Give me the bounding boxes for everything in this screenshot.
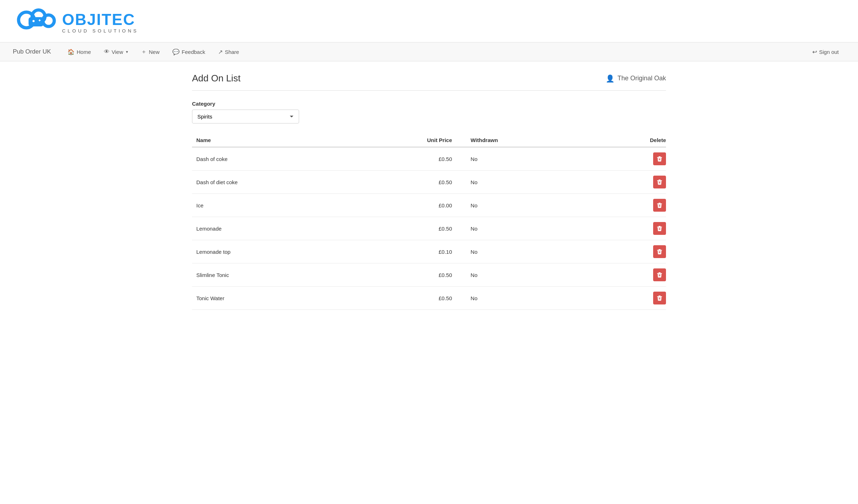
cell-name: Dash of diet coke bbox=[192, 171, 350, 194]
cell-withdrawn: No bbox=[456, 194, 602, 217]
svg-rect-27 bbox=[658, 272, 661, 273]
logo-subtitle: CLOUD SOLUTIONS bbox=[62, 28, 138, 34]
delete-button[interactable] bbox=[653, 222, 666, 235]
cell-price: £0.00 bbox=[350, 194, 456, 217]
nav-feedback-label: Feedback bbox=[182, 49, 205, 55]
addon-table: Name Unit Price Withdrawn Delete Dash of… bbox=[192, 133, 666, 310]
cell-price: £0.50 bbox=[350, 147, 456, 171]
svg-rect-25 bbox=[659, 251, 660, 253]
sign-out-button[interactable]: ↩ Sign out bbox=[806, 42, 845, 61]
cell-name: Slimline Tonic bbox=[192, 263, 350, 287]
cell-delete bbox=[601, 263, 666, 287]
table-row: Tonic Water £0.50 No bbox=[192, 287, 666, 310]
view-icon: 👁 bbox=[104, 49, 110, 55]
nav-home[interactable]: 🏠 Home bbox=[61, 42, 97, 61]
category-select[interactable]: Spirits Beers Wines Soft Drinks bbox=[192, 110, 299, 124]
cell-name: Lemonade top bbox=[192, 240, 350, 263]
delete-button[interactable] bbox=[653, 199, 666, 212]
nav-new[interactable]: ＋ New bbox=[135, 42, 166, 61]
logo-text: OBJITEC CLOUD SOLUTIONS bbox=[62, 12, 138, 34]
table-header: Name Unit Price Withdrawn Delete bbox=[192, 133, 666, 147]
logo-area: OBJITEC CLOUD SOLUTIONS bbox=[0, 0, 858, 42]
trash-icon bbox=[657, 179, 662, 185]
trash-icon bbox=[657, 202, 662, 208]
page-header: Add On List 👤 The Original Oak bbox=[192, 73, 666, 91]
nav-brand: Pub Order UK bbox=[13, 48, 51, 55]
table-body: Dash of coke £0.50 No Dash of diet coke … bbox=[192, 147, 666, 310]
cell-name: Dash of coke bbox=[192, 147, 350, 171]
table-row: Lemonade top £0.10 No bbox=[192, 240, 666, 263]
table-row: Ice £0.00 No bbox=[192, 194, 666, 217]
col-header-delete: Delete bbox=[601, 133, 666, 147]
cell-delete bbox=[601, 240, 666, 263]
nav-view[interactable]: 👁 View ▾ bbox=[97, 42, 135, 61]
svg-rect-18 bbox=[660, 205, 661, 207]
trash-icon bbox=[657, 249, 662, 254]
venue-name: The Original Oak bbox=[617, 75, 666, 82]
logo-icon bbox=[13, 6, 59, 39]
trash-icon bbox=[657, 272, 662, 278]
chevron-down-icon: ▾ bbox=[126, 50, 128, 54]
delete-button[interactable] bbox=[653, 176, 666, 188]
nav-home-label: Home bbox=[77, 49, 91, 55]
col-header-price: Unit Price bbox=[350, 133, 456, 147]
delete-button[interactable] bbox=[653, 152, 666, 165]
delete-button[interactable] bbox=[653, 245, 666, 258]
svg-rect-22 bbox=[660, 228, 661, 230]
cell-price: £0.50 bbox=[350, 287, 456, 310]
nav-feedback[interactable]: 💬 Feedback bbox=[166, 42, 212, 61]
svg-rect-20 bbox=[657, 227, 662, 227]
svg-rect-3 bbox=[29, 17, 44, 26]
svg-rect-34 bbox=[660, 298, 661, 299]
logo-title: OBJITEC bbox=[62, 12, 135, 27]
svg-rect-17 bbox=[659, 205, 660, 207]
cell-name: Lemonade bbox=[192, 217, 350, 240]
cell-withdrawn: No bbox=[456, 263, 602, 287]
category-section: Category Spirits Beers Wines Soft Drinks bbox=[192, 101, 666, 124]
svg-rect-8 bbox=[657, 157, 662, 158]
svg-rect-12 bbox=[657, 180, 662, 181]
svg-point-6 bbox=[32, 20, 35, 22]
svg-rect-30 bbox=[660, 274, 661, 276]
cell-price: £0.50 bbox=[350, 263, 456, 287]
trash-icon bbox=[657, 226, 662, 231]
delete-button[interactable] bbox=[653, 292, 666, 304]
svg-rect-32 bbox=[657, 296, 662, 297]
table-row: Dash of diet coke £0.50 No bbox=[192, 171, 666, 194]
cell-delete bbox=[601, 194, 666, 217]
cell-price: £0.50 bbox=[350, 171, 456, 194]
nav-share-label: Share bbox=[225, 49, 239, 55]
svg-rect-14 bbox=[660, 182, 661, 183]
category-label: Category bbox=[192, 101, 666, 107]
cell-withdrawn: No bbox=[456, 287, 602, 310]
svg-rect-26 bbox=[660, 251, 661, 253]
delete-button[interactable] bbox=[653, 268, 666, 281]
cell-delete bbox=[601, 147, 666, 171]
nav-left: Pub Order UK 🏠 Home 👁 View ▾ ＋ New 💬 Fee… bbox=[13, 42, 246, 61]
plus-icon: ＋ bbox=[141, 48, 147, 56]
cell-price: £0.10 bbox=[350, 240, 456, 263]
svg-rect-16 bbox=[657, 203, 662, 204]
navbar: Pub Order UK 🏠 Home 👁 View ▾ ＋ New 💬 Fee… bbox=[0, 42, 858, 61]
nav-share[interactable]: ↗ Share bbox=[212, 42, 246, 61]
user-icon: 👤 bbox=[606, 74, 615, 83]
page-content: Add On List 👤 The Original Oak Category … bbox=[179, 61, 679, 321]
table-header-row: Name Unit Price Withdrawn Delete bbox=[192, 133, 666, 147]
svg-rect-28 bbox=[657, 273, 662, 274]
nav-view-label: View bbox=[112, 49, 123, 55]
svg-rect-33 bbox=[659, 298, 660, 299]
svg-rect-19 bbox=[658, 226, 661, 227]
trash-icon bbox=[657, 156, 662, 162]
svg-rect-10 bbox=[660, 158, 661, 160]
trash-icon bbox=[657, 295, 662, 301]
venue-info: 👤 The Original Oak bbox=[606, 74, 666, 83]
svg-rect-24 bbox=[657, 250, 662, 251]
svg-rect-7 bbox=[658, 156, 661, 157]
cell-withdrawn: No bbox=[456, 240, 602, 263]
cell-name: Ice bbox=[192, 194, 350, 217]
svg-rect-11 bbox=[658, 180, 661, 180]
svg-rect-29 bbox=[659, 274, 660, 276]
nav-new-label: New bbox=[149, 49, 160, 55]
signout-icon: ↩ bbox=[812, 49, 817, 55]
home-icon: 🏠 bbox=[67, 49, 75, 55]
